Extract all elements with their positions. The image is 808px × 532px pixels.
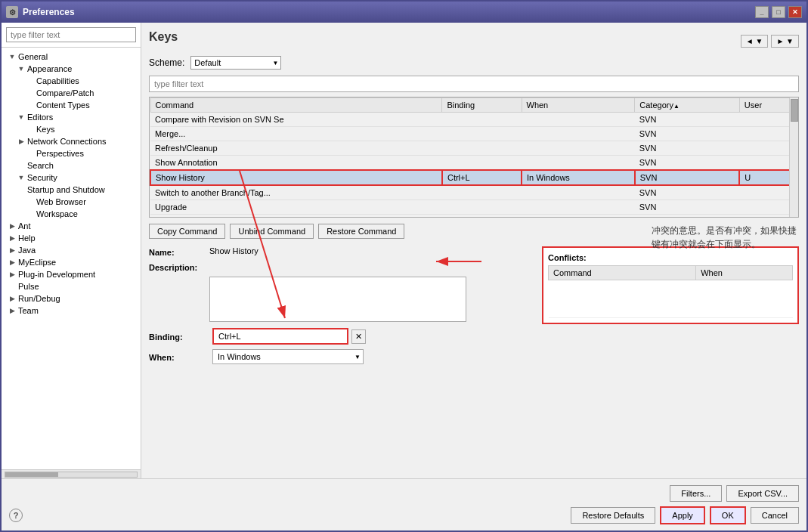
col-category[interactable]: Category▲ — [635, 98, 740, 113]
sidebar-item-network-connections[interactable]: ▶Network Connections — [2, 135, 141, 147]
sidebar-item-keys[interactable]: Keys — [2, 123, 141, 135]
copy-command-button[interactable]: Copy Command — [149, 224, 225, 239]
col-binding[interactable]: Binding — [442, 98, 522, 113]
cell-binding — [442, 113, 522, 127]
export-csv-button[interactable]: Export CSV... — [726, 485, 799, 502]
conflicts-empty-row — [549, 280, 793, 318]
cell-when — [522, 215, 635, 218]
sidebar-item-web-browser[interactable]: Web Browser — [2, 196, 141, 208]
sidebar-item-label: Web Browser — [36, 197, 86, 206]
apply-button[interactable]: Apply — [660, 506, 705, 524]
window-icon: ⚙ — [6, 6, 18, 18]
expand-icon: ▶ — [8, 294, 17, 303]
unbind-command-button[interactable]: Unbind Command — [230, 224, 314, 239]
restore-defaults-button[interactable]: Restore Defaults — [571, 507, 655, 524]
sidebar-item-label: Editors — [27, 113, 53, 122]
panel-title: Keys — [149, 30, 178, 44]
title-bar-buttons: _ □ ✕ — [755, 6, 802, 18]
expand-icon — [26, 197, 35, 206]
sidebar-scrollbar[interactable] — [2, 469, 141, 478]
restore-command-button[interactable]: Restore Command — [318, 224, 404, 239]
sidebar-item-security[interactable]: ▼Security — [2, 172, 141, 184]
expand-icon: ▶ — [17, 137, 26, 146]
sidebar-item-search[interactable]: Search — [2, 159, 141, 172]
sidebar-filter-input[interactable] — [6, 27, 136, 42]
cell-command: Refresh/Cleanup — [150, 141, 442, 156]
sidebar-filter-area — [2, 23, 141, 48]
expand-icon — [26, 101, 35, 110]
sidebar-item-plugin-dev[interactable]: ▶Plug-in Development — [2, 268, 141, 280]
conflicts-col-command: Command — [549, 266, 696, 280]
preferences-window: ⚙ Preferences _ □ ✕ ▼General▼Appearance … — [0, 0, 808, 532]
sidebar-item-label: Pulse — [18, 282, 39, 291]
sidebar-item-pulse[interactable]: Pulse — [2, 280, 141, 292]
nav-buttons: ◄ ▼ ► ▼ — [741, 35, 799, 48]
minimize-button[interactable]: _ — [755, 6, 769, 18]
binding-row: Binding: ✕ — [149, 328, 534, 345]
sidebar-item-label: Keys — [36, 125, 54, 134]
collapse-icon: ▼ — [17, 64, 26, 73]
expand-icon: ▶ — [8, 234, 17, 243]
help-icon[interactable]: ? — [9, 509, 23, 522]
sidebar-item-workspace[interactable]: Workspace — [2, 208, 141, 220]
when-label: When: — [149, 351, 209, 362]
sidebar-scroll-thumb — [5, 472, 58, 477]
bottom-section: Filters... Export CSV... ? Restore Defau… — [2, 478, 806, 530]
window-title: Preferences — [23, 7, 755, 17]
ok-button[interactable]: OK — [710, 506, 746, 524]
sidebar-item-capabilities[interactable]: Capabilities — [2, 75, 141, 87]
table-row[interactable]: Refresh/CleanupSVN — [150, 141, 797, 156]
maximize-button[interactable]: □ — [772, 6, 785, 18]
sidebar-item-general[interactable]: ▼General — [2, 51, 141, 63]
col-when[interactable]: When — [522, 98, 635, 113]
sidebar-scroll-track[interactable] — [5, 472, 138, 478]
sidebar-item-label: Content Types — [36, 101, 90, 110]
expand-icon — [26, 149, 35, 158]
cell-when: In Windows — [522, 170, 635, 185]
table-row[interactable]: Compare with Revision on SVN SeSVN — [150, 113, 797, 127]
keys-filter-input[interactable] — [149, 76, 799, 92]
binding-clear-button[interactable]: ✕ — [351, 329, 366, 344]
sidebar-item-help[interactable]: ▶Help — [2, 232, 141, 244]
cell-category: SVN — [635, 185, 740, 200]
cell-when — [522, 127, 635, 141]
cell-binding — [442, 156, 522, 171]
cell-command: Upgrade — [150, 200, 442, 215]
table-row[interactable]: Show AnnotationSVN — [150, 156, 797, 171]
conflicts-label: Conflicts: — [548, 253, 587, 262]
close-button[interactable]: ✕ — [788, 6, 802, 18]
table-scrollbar[interactable] — [789, 97, 798, 217]
col-command[interactable]: Command — [150, 98, 442, 113]
forward-button[interactable]: ► ▼ — [771, 35, 799, 48]
sidebar-item-appearance[interactable]: ▼Appearance — [2, 63, 141, 75]
binding-input[interactable] — [212, 328, 348, 345]
bottom-row1: Filters... Export CSV... — [9, 485, 799, 502]
table-row[interactable]: Show HistoryCtrl+LIn WindowsSVNU — [150, 170, 797, 185]
table-row[interactable]: UpgradeSVN — [150, 200, 797, 215]
cell-binding — [442, 200, 522, 215]
table-row[interactable]: Merge...SVN — [150, 127, 797, 141]
sidebar-item-ant[interactable]: ▶Ant — [2, 220, 141, 232]
sidebar-item-startup-shutdown[interactable]: Startup and Shutdow — [2, 184, 141, 196]
sidebar-item-team[interactable]: ▶Team — [2, 305, 141, 317]
sidebar-item-myeclipse[interactable]: ▶MyEclipse — [2, 256, 141, 268]
cell-binding — [442, 185, 522, 200]
cancel-button[interactable]: Cancel — [751, 507, 799, 524]
sidebar-item-java[interactable]: ▶Java — [2, 244, 141, 256]
table-row[interactable]: Switch to another Branch/Tag...SVN — [150, 185, 797, 200]
back-button[interactable]: ◄ ▼ — [741, 35, 769, 48]
right-panel: Keys ◄ ▼ ► ▼ Scheme: Default — [141, 23, 806, 478]
bottom-left: ? — [9, 509, 23, 522]
sidebar-item-perspectives[interactable]: Perspectives — [2, 147, 141, 159]
when-select[interactable]: In Windows In Dialogs and Windows — [212, 349, 364, 364]
sidebar-item-editors[interactable]: ▼Editors — [2, 111, 141, 123]
sidebar-item-label: Perspectives — [36, 149, 84, 158]
table-row[interactable]: EditSVN — [150, 215, 797, 218]
sidebar-item-compare-patch[interactable]: Compare/Patch — [2, 87, 141, 99]
sidebar-item-content-types[interactable]: Content Types — [2, 99, 141, 111]
filters-button[interactable]: Filters... — [670, 485, 722, 502]
scheme-select[interactable]: Default — [190, 56, 281, 70]
sidebar-item-run-debug[interactable]: ▶Run/Debug — [2, 292, 141, 305]
expand-icon — [26, 76, 35, 85]
expand-icon: ▶ — [8, 246, 17, 255]
